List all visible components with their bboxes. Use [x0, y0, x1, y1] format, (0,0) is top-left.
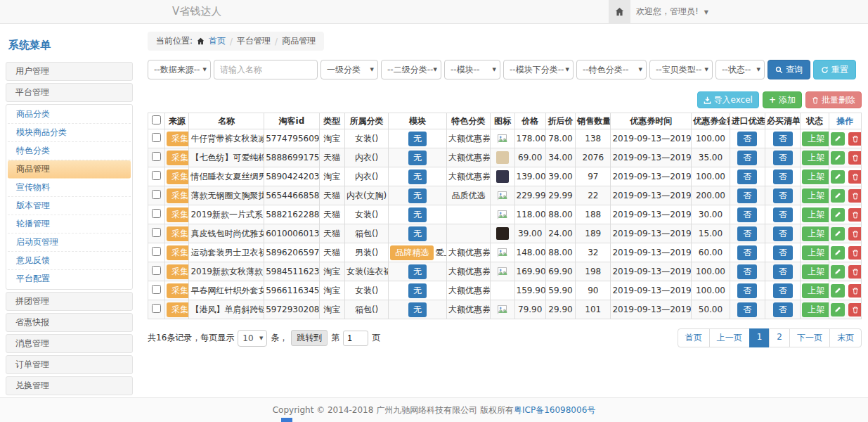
edit-button[interactable]	[831, 227, 845, 241]
status-toggle[interactable]: 上架	[802, 170, 829, 184]
sidebar-item-商品分类[interactable]: 商品分类	[8, 106, 131, 124]
sidebar-group-用户管理[interactable]: 用户管理	[6, 62, 133, 81]
jump-page-input[interactable]	[343, 331, 368, 346]
edit-button[interactable]	[831, 303, 845, 316]
row-checkbox[interactable]	[152, 285, 161, 294]
import-select-toggle[interactable]: 否	[737, 245, 757, 260]
sidebar-item-模块商品分类[interactable]: 模块商品分类	[8, 124, 131, 142]
status-toggle[interactable]: 上架	[802, 151, 829, 165]
page-button-下一页[interactable]: 下一页	[789, 328, 830, 347]
row-checkbox[interactable]	[152, 266, 161, 275]
row-checkbox[interactable]	[152, 171, 161, 180]
batch-delete-button[interactable]: 批量删除	[805, 91, 862, 108]
status-toggle[interactable]: 上架	[802, 264, 829, 279]
sidebar-group-兑换管理[interactable]: 兑换管理	[6, 376, 133, 395]
must-buy-toggle[interactable]: 否	[773, 188, 793, 203]
reset-button[interactable]: 重置	[813, 60, 856, 79]
name-search-input[interactable]	[214, 60, 318, 79]
home-button[interactable]	[609, 0, 630, 23]
delete-button[interactable]	[848, 189, 861, 203]
edit-button[interactable]	[831, 170, 845, 184]
sidebar-group-平台管理[interactable]: 平台管理	[6, 83, 133, 102]
status-toggle[interactable]: 上架	[802, 283, 829, 298]
delete-button[interactable]	[848, 303, 861, 316]
filter-select[interactable]: --模块-- ▼	[444, 60, 500, 79]
status-toggle[interactable]: 上架	[802, 207, 829, 222]
import-select-toggle[interactable]: 否	[737, 226, 757, 241]
delete-button[interactable]	[848, 246, 861, 260]
sidebar-group-省惠快报[interactable]: 省惠快报	[6, 313, 133, 332]
filter-select[interactable]: 一级分类 ▼	[320, 60, 378, 79]
data-source-select[interactable]: --数据来源-- ▼	[148, 60, 211, 79]
app-brand[interactable]: V省钱达人	[172, 0, 221, 23]
user-menu[interactable]: 欢迎您，管理员! ▼	[636, 0, 708, 24]
page-button-1[interactable]: 1	[749, 328, 770, 347]
sidebar-item-平台配置[interactable]: 平台配置	[8, 270, 131, 288]
status-toggle[interactable]: 上架	[802, 188, 829, 203]
page-button-首页[interactable]: 首页	[678, 328, 710, 347]
search-button[interactable]: 查询	[767, 60, 810, 79]
filter-select[interactable]: --模块下分类-- ▼	[503, 60, 574, 79]
import-select-toggle[interactable]: 否	[737, 302, 757, 317]
page-button-上一页[interactable]: 上一页	[709, 328, 750, 347]
must-buy-toggle[interactable]: 否	[773, 226, 793, 241]
row-checkbox[interactable]	[152, 304, 161, 313]
sidebar-item-意见反馈[interactable]: 意见反馈	[8, 252, 131, 270]
page-button-末页[interactable]: 末页	[829, 328, 862, 347]
row-checkbox[interactable]	[152, 152, 161, 161]
row-checkbox[interactable]	[152, 247, 161, 256]
status-toggle[interactable]: 上架	[802, 245, 829, 260]
edit-button[interactable]	[831, 132, 845, 146]
sidebar-item-特色分类[interactable]: 特色分类	[8, 142, 131, 160]
breadcrumb-home-link[interactable]: 首页	[209, 35, 226, 47]
must-buy-toggle[interactable]: 否	[773, 283, 793, 298]
import-select-toggle[interactable]: 否	[737, 170, 757, 184]
status-toggle[interactable]: 上架	[802, 226, 829, 241]
must-buy-toggle[interactable]: 否	[773, 302, 793, 317]
row-checkbox[interactable]	[152, 209, 161, 218]
row-checkbox[interactable]	[152, 190, 161, 199]
jump-button[interactable]: 跳转到	[291, 330, 328, 346]
sidebar-item-版本管理[interactable]: 版本管理	[8, 197, 131, 215]
sidebar-group-拼团管理[interactable]: 拼团管理	[6, 292, 133, 311]
sidebar-item-启动页管理[interactable]: 启动页管理	[8, 234, 131, 252]
status-toggle[interactable]: 上架	[802, 132, 829, 146]
row-checkbox[interactable]	[152, 133, 161, 142]
select-all-checkbox[interactable]	[152, 115, 161, 124]
filter-select[interactable]: --特色分类-- ▼	[576, 60, 647, 79]
delete-button[interactable]	[848, 208, 861, 222]
page-button-2[interactable]: 2	[769, 328, 790, 347]
must-buy-toggle[interactable]: 否	[773, 132, 793, 146]
sidebar-group-订单管理[interactable]: 订单管理	[6, 355, 133, 374]
must-buy-toggle[interactable]: 否	[773, 151, 793, 165]
import-select-toggle[interactable]: 否	[737, 188, 757, 203]
icp-link[interactable]: 粤ICP备16098006号	[514, 405, 595, 415]
delete-button[interactable]	[848, 227, 861, 241]
sidebar-item-商品管理[interactable]: 商品管理	[8, 160, 131, 179]
import-select-toggle[interactable]: 否	[737, 132, 757, 146]
must-buy-toggle[interactable]: 否	[773, 207, 793, 222]
delete-button[interactable]	[848, 284, 861, 298]
filter-select[interactable]: --状态-- ▼	[715, 60, 765, 79]
import-select-toggle[interactable]: 否	[737, 151, 757, 165]
import-select-toggle[interactable]: 否	[737, 207, 757, 222]
edit-button[interactable]	[831, 189, 845, 203]
import-select-toggle[interactable]: 否	[737, 264, 757, 279]
add-button[interactable]: + 添加	[763, 91, 802, 108]
filter-select[interactable]: --宝贝类型-- ▼	[649, 60, 713, 79]
edit-button[interactable]	[831, 208, 845, 222]
delete-button[interactable]	[848, 151, 861, 165]
status-toggle[interactable]: 上架	[802, 302, 829, 317]
import-excel-button[interactable]: 导入excel	[697, 91, 759, 108]
delete-button[interactable]	[848, 132, 861, 146]
must-buy-toggle[interactable]: 否	[773, 264, 793, 279]
edit-button[interactable]	[831, 151, 845, 165]
sidebar-group-消息管理[interactable]: 消息管理	[6, 334, 133, 353]
row-checkbox[interactable]	[152, 228, 161, 237]
delete-button[interactable]	[848, 265, 861, 279]
delete-button[interactable]	[848, 170, 861, 184]
must-buy-toggle[interactable]: 否	[773, 245, 793, 260]
edit-button[interactable]	[831, 265, 845, 279]
filter-select[interactable]: --二级分类-- ▼	[381, 60, 441, 79]
must-buy-toggle[interactable]: 否	[773, 170, 793, 184]
